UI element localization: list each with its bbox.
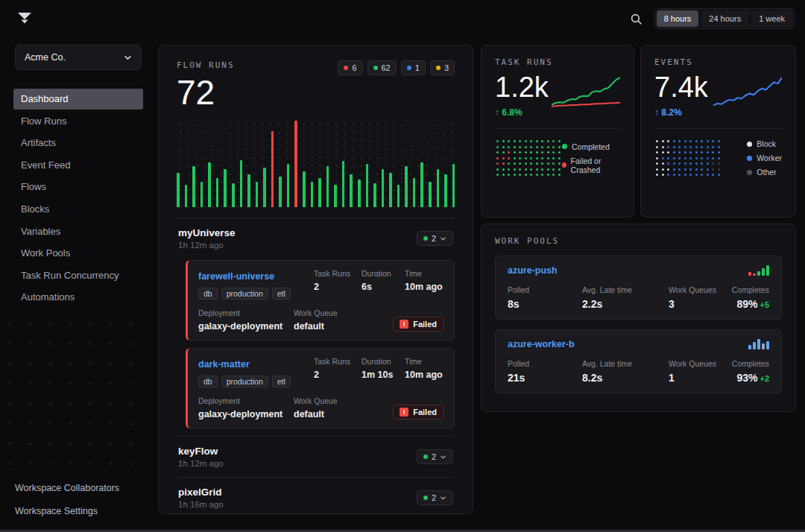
- deployment-stat: Deploymentgalaxy-deployment: [198, 308, 294, 332]
- flow-group-time: 1h 16m ago: [178, 500, 224, 509]
- polled-stat: Polled21s: [508, 359, 582, 384]
- sidebar-item-flow-runs[interactable]: Flow Runs: [13, 111, 143, 132]
- block-dot: [747, 142, 752, 147]
- sidebar-item-dashboard[interactable]: Dashboard: [13, 89, 143, 110]
- task-runs-title: TASK RUNS: [495, 57, 620, 67]
- group-state-dot: [423, 455, 428, 459]
- status-badge-failed: !Failed: [393, 405, 443, 419]
- tag: db: [198, 288, 218, 300]
- work-queue-label: Work Queue: [294, 308, 393, 317]
- deployment-label: Deployment: [198, 396, 294, 405]
- deployment-link[interactable]: galaxy-deployment: [198, 409, 294, 419]
- flow-group-name: keyFlow: [178, 446, 224, 457]
- tag-list: db production etl: [198, 376, 308, 387]
- chevron-down-icon: [440, 454, 446, 460]
- flow-run-card-farewell-universe[interactable]: farewell-universe db production etl Task…: [186, 260, 455, 341]
- task-runs-total: 1.2k: [495, 73, 549, 103]
- flow-group-count-pill[interactable]: 2: [417, 449, 453, 464]
- workspace-selector[interactable]: Acme Co.: [15, 45, 142, 70]
- work-pool-card-azure-worker-b[interactable]: azure-worker-b Polled21s Avg. Late time8…: [495, 329, 782, 393]
- sidebar-item-variables[interactable]: Variables: [13, 221, 143, 242]
- flow-run-card-dark-matter[interactable]: dark-matter db production etl Task Runs2…: [186, 348, 455, 428]
- running-count: 1: [415, 63, 420, 72]
- work-pool-link[interactable]: azure-worker-b: [508, 339, 575, 349]
- time-range-24-hours[interactable]: 24 hours: [701, 10, 748, 27]
- flow-group-keyflow[interactable]: keyFlow 1h 12m ago 2: [177, 437, 455, 477]
- time-range-1-week[interactable]: 1 week: [751, 10, 792, 27]
- time-value: 10m ago: [405, 370, 443, 380]
- time-label: Time: [405, 269, 443, 278]
- chevron-down-icon: [440, 495, 446, 501]
- sidebar-item-flows[interactable]: Flows: [13, 177, 143, 197]
- prefect-logo[interactable]: [15, 9, 34, 28]
- flow-group-count-pill[interactable]: 2: [417, 490, 453, 505]
- state-badge-late[interactable]: 3: [430, 60, 455, 75]
- work-queue-link[interactable]: default: [294, 409, 393, 419]
- failed-count: 6: [352, 63, 356, 72]
- state-badge-running[interactable]: 1: [401, 60, 426, 75]
- sidebar-item-artifacts[interactable]: Artifacts: [13, 133, 143, 153]
- completed-count: 62: [382, 63, 391, 72]
- task-runs-panel: TASK RUNS 1.2k ↑ 6.8% Completed Failed o…: [481, 45, 634, 218]
- flow-group-count-pill[interactable]: 2: [417, 231, 453, 246]
- sidebar-item-blocks[interactable]: Blocks: [13, 199, 143, 220]
- flow-run-link[interactable]: dark-matter: [198, 359, 250, 370]
- duration-value: 1m 10s: [362, 370, 405, 380]
- other-dot: [747, 170, 752, 175]
- sidebar-nav: Dashboard Flow Runs Artifacts Event Feed…: [0, 88, 157, 308]
- group-state-dot: [423, 495, 428, 500]
- work-pools-title: WORK POOLS: [495, 236, 782, 246]
- status-badge-failed: !Failed: [393, 317, 443, 332]
- deployment-label: Deployment: [198, 308, 294, 317]
- duration-stat: Duration6s: [362, 269, 405, 300]
- task-runs-legend: Completed Failed or Crashed: [562, 142, 620, 174]
- sidebar-item-workspace-settings[interactable]: Workspace Settings: [15, 506, 119, 516]
- alert-icon: !: [400, 320, 408, 329]
- failed-dot: [344, 66, 348, 70]
- flow-group-myuniverse[interactable]: myUniverse 1h 12m ago 2: [177, 218, 455, 259]
- group-run-count: 2: [432, 234, 436, 243]
- sidebar-item-workspace-collaborators[interactable]: Workspace Collaborators: [15, 483, 119, 493]
- sidebar-item-automations[interactable]: Automations: [13, 287, 143, 308]
- completed-dot: [562, 144, 567, 149]
- legend-block: Block: [747, 139, 782, 148]
- events-delta: ↑ 8.2%: [654, 107, 708, 118]
- task-runs-stat: Task Runs2: [314, 269, 362, 300]
- work-queues-stat: Work Queues3: [669, 285, 732, 310]
- time-stat: Time10m ago: [405, 269, 443, 300]
- completes-delta: +5: [760, 300, 769, 309]
- prefect-logo-icon: [16, 10, 34, 28]
- sidebar-item-work-pools[interactable]: Work Pools: [13, 243, 143, 264]
- time-range-8-hours[interactable]: 8 hours: [657, 10, 699, 27]
- work-pool-link[interactable]: azure-push: [508, 265, 558, 276]
- tag: etl: [272, 376, 291, 387]
- time-stat: Time10m ago: [405, 357, 443, 387]
- topbar: 8 hours 24 hours 1 week: [0, 0, 805, 37]
- pool-activity-chart: [748, 265, 769, 276]
- legend-completed: Completed: [562, 142, 620, 151]
- tag: production: [221, 376, 268, 387]
- flow-run-link[interactable]: farewell-universe: [198, 271, 274, 282]
- sidebar-item-event-feed[interactable]: Event Feed: [13, 155, 143, 176]
- flow-group-time: 1h 12m ago: [178, 241, 236, 250]
- work-queue-link[interactable]: default: [294, 321, 393, 332]
- state-badge-completed[interactable]: 62: [367, 60, 397, 75]
- deployment-link[interactable]: galaxy-deployment: [198, 321, 294, 332]
- sidebar-item-task-run-concurrency[interactable]: Task Run Concurrency: [13, 265, 143, 286]
- work-queue-label: Work Queue: [294, 396, 393, 405]
- search-icon[interactable]: [630, 13, 643, 25]
- flow-group-pixelgrid[interactable]: pixelGrid 1h 16m ago 2: [177, 478, 455, 518]
- running-dot: [407, 66, 411, 70]
- flow-runs-total: 72: [177, 75, 235, 110]
- state-badge-failed[interactable]: 6: [338, 60, 362, 75]
- pool-activity-chart: [748, 339, 769, 349]
- alert-icon: !: [400, 408, 408, 417]
- duration-label: Duration: [362, 357, 405, 366]
- work-queue-stat: Work Queuedefault: [294, 396, 393, 419]
- legend-worker: Worker: [747, 153, 782, 162]
- work-queue-stat: Work Queuedefault: [294, 308, 393, 332]
- group-run-count: 2: [432, 452, 436, 461]
- events-title: EVENTS: [654, 57, 782, 67]
- work-pool-card-azure-push[interactable]: azure-push Polled8s Avg. Late time2.2s W…: [495, 256, 782, 320]
- completes-delta: +2: [760, 374, 769, 383]
